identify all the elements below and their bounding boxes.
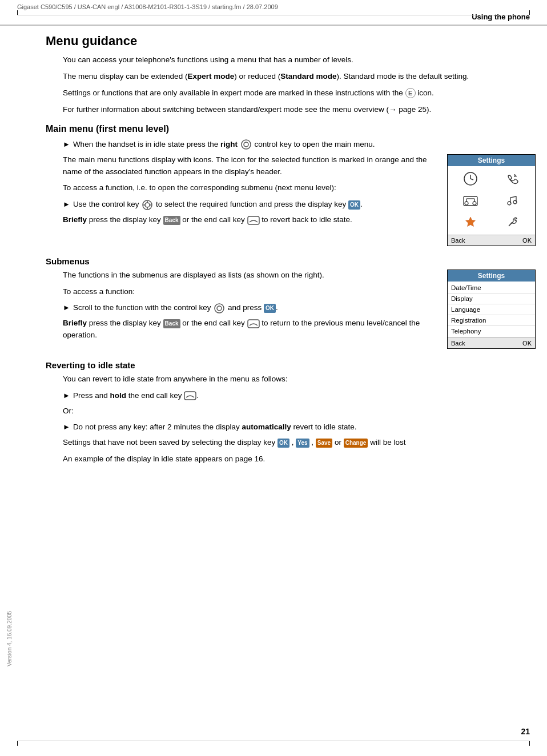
settings-list-items: Date/Time Display Language Registration … bbox=[448, 282, 535, 337]
submenus-para-2: To access a function: bbox=[63, 286, 438, 298]
ok-badge-3: OK bbox=[277, 439, 289, 448]
svg-point-1 bbox=[244, 142, 248, 147]
settings-title-1: Settings bbox=[448, 155, 535, 166]
end-call-key-icon-2 bbox=[247, 317, 260, 329]
reverting-heading: Reverting to idle state bbox=[46, 360, 536, 370]
settings-icon-clock bbox=[451, 170, 490, 188]
section-label: Using the phone bbox=[0, 11, 547, 26]
svg-point-14 bbox=[473, 202, 476, 205]
submenus-heading: Submenus bbox=[46, 256, 536, 266]
settings-grid bbox=[448, 166, 535, 235]
change-badge: Change bbox=[344, 439, 368, 448]
list-item-display: Display bbox=[448, 293, 535, 304]
svg-point-22 bbox=[217, 306, 222, 311]
para-2: The menu display can be extended (Expert… bbox=[63, 71, 536, 83]
ok-badge-1: OK bbox=[348, 200, 360, 210]
back-badge-1: Back bbox=[163, 216, 180, 225]
back-badge-2: Back bbox=[163, 319, 180, 328]
settings-list-ok: OK bbox=[522, 340, 532, 347]
svg-point-21 bbox=[215, 304, 224, 313]
reverting-bullet-2: ► Do not press any key: after 2 minutes … bbox=[63, 421, 536, 433]
doc-header: Gigaset C590/C595 / USA-CAN engl / A3100… bbox=[0, 0, 547, 11]
bullet-arrow-1: ► bbox=[63, 139, 70, 150]
save-badge: Save bbox=[316, 439, 332, 448]
list-item-datetime: Date/Time bbox=[448, 283, 535, 293]
settings-list-title: Settings bbox=[448, 270, 535, 282]
main-heading: Menu guidance bbox=[46, 34, 536, 49]
para-4: For further information about switching … bbox=[63, 104, 536, 116]
header-filename: Gigaset C590/C595 / USA-CAN engl / A3100… bbox=[17, 3, 278, 10]
list-item-registration: Registration bbox=[448, 315, 535, 326]
end-call-key-icon-3 bbox=[184, 390, 196, 402]
submenus-bullet-1: ► Scroll to the function with the contro… bbox=[63, 302, 438, 314]
para-3: Settings or functions that are only avai… bbox=[63, 87, 536, 99]
settings-list-footer: Back OK bbox=[448, 337, 535, 348]
svg-point-13 bbox=[465, 202, 468, 205]
svg-point-3 bbox=[145, 203, 150, 207]
submenus-briefly: Briefly press the display key Back or th… bbox=[63, 317, 438, 341]
page-number: 21 bbox=[521, 727, 547, 736]
list-item-language: Language bbox=[448, 304, 535, 315]
settings-back-1: Back bbox=[451, 237, 465, 244]
settings-list-display: Settings Date/Time Display Language Regi… bbox=[447, 270, 536, 349]
para-1: You can access your telephone's function… bbox=[63, 54, 536, 66]
submenus-bullet-arrow: ► bbox=[63, 302, 70, 313]
settings-icon-phone bbox=[493, 170, 532, 188]
submenus-text-col: The functions in the submenus are displa… bbox=[63, 270, 438, 342]
main-menu-heading: Main menu (first menu level) bbox=[46, 124, 536, 134]
main-menu-bullet-1: ► When the handset is in idle state pres… bbox=[63, 139, 536, 151]
control-key-nav-icon bbox=[142, 199, 152, 211]
reverting-para-1: You can revert to idle state from anywhe… bbox=[63, 373, 536, 385]
sidebar-version: Version 4, 16.09.2005 bbox=[6, 611, 13, 666]
main-menu-sub-bullet-1: ► Use the control key to select bbox=[63, 199, 438, 211]
list-item-telephony: Telephony bbox=[448, 326, 535, 336]
main-menu-para-1: The main menu functions display with ico… bbox=[63, 154, 438, 178]
expert-mode-icon: E bbox=[405, 88, 416, 98]
reverting-para-3: An example of the display in idle state … bbox=[63, 453, 536, 465]
yes-badge: Yes bbox=[296, 439, 309, 448]
settings-icon-message bbox=[451, 191, 490, 210]
main-menu-para-2: To access a function, i.e. to open the c… bbox=[63, 182, 438, 194]
control-key-right-icon bbox=[241, 139, 251, 151]
settings-icon-music bbox=[493, 191, 532, 210]
control-key-scroll-icon bbox=[214, 302, 224, 314]
settings-icon-wrench bbox=[493, 213, 532, 231]
settings-ok-1: OK bbox=[522, 237, 532, 244]
svg-marker-20 bbox=[465, 217, 475, 227]
reverting-bullet-1: ► Press and hold the end call key . bbox=[63, 390, 536, 402]
reverting-para-2: Settings that have not been saved by sel… bbox=[63, 437, 536, 449]
submenus-para-1: The functions in the submenus are displa… bbox=[63, 270, 438, 282]
main-menu-text-col: The main menu functions display with ico… bbox=[63, 154, 438, 227]
ok-badge-2: OK bbox=[264, 304, 276, 313]
settings-icon-star bbox=[451, 213, 490, 231]
settings-list-back: Back bbox=[451, 340, 465, 347]
end-call-key-icon-1 bbox=[247, 214, 260, 226]
sub-bullet-arrow: ► bbox=[63, 199, 70, 210]
svg-point-0 bbox=[242, 140, 251, 149]
reverting-or: Or: bbox=[63, 405, 536, 417]
svg-rect-12 bbox=[464, 196, 477, 206]
settings-footer-1: Back OK bbox=[448, 235, 535, 246]
svg-line-11 bbox=[470, 179, 473, 180]
main-menu-briefly: Briefly press the display key Back or th… bbox=[63, 214, 438, 226]
settings-display-1: Settings bbox=[447, 154, 536, 246]
